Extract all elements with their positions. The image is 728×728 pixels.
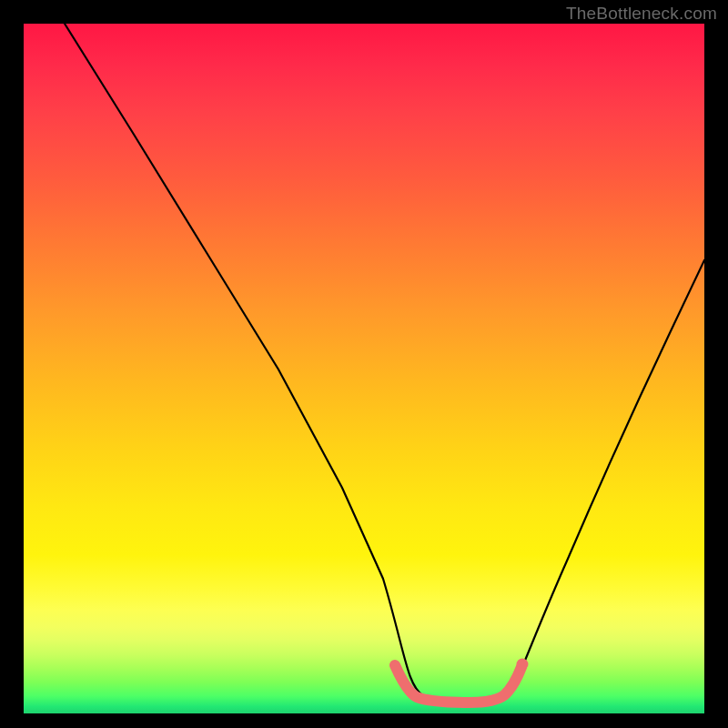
bottleneck-curve [65,24,704,702]
chart-frame: TheBottleneck.com [0,0,728,728]
chart-curve-layer [24,24,704,713]
attribution-text: TheBottleneck.com [566,4,717,24]
marker-dot [517,659,529,671]
